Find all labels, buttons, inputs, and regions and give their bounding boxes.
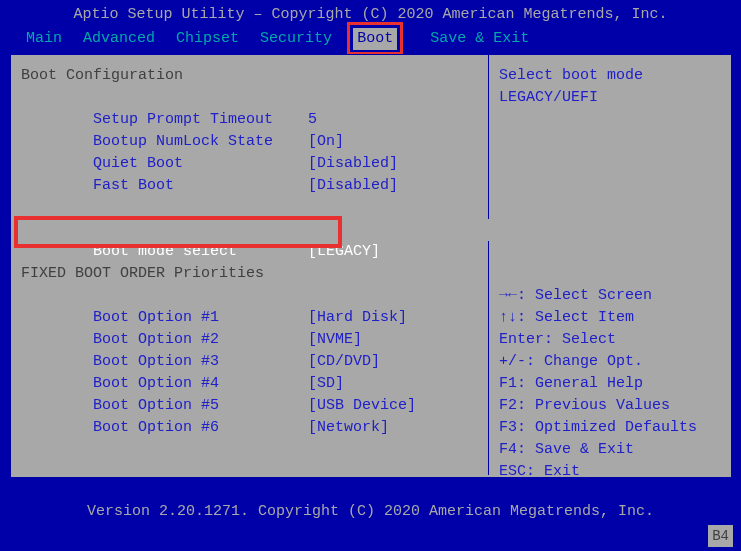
help-description-1: Select boot mode	[499, 65, 721, 87]
bios-screen: Aptio Setup Utility – Copyright (C) 2020…	[0, 0, 741, 551]
help-enter-select: Enter: Select	[499, 329, 721, 351]
menu-save-exit[interactable]: Save & Exit	[430, 28, 529, 50]
left-panel: Boot Configuration Setup Prompt Timeout5…	[11, 55, 489, 475]
titlebar: Aptio Setup Utility – Copyright (C) 2020…	[0, 0, 741, 50]
menu-boot[interactable]: Boot	[353, 28, 397, 50]
corner-badge: B4	[708, 525, 733, 547]
help-f4: F4: Save & Exit	[499, 439, 721, 461]
help-select-screen: →←: Select Screen	[499, 285, 721, 307]
main-panel: Boot Configuration Setup Prompt Timeout5…	[10, 54, 732, 478]
menu-main[interactable]: Main	[26, 28, 62, 50]
help-f2: F2: Previous Values	[499, 395, 721, 417]
right-panel: Select boot mode LEGACY/UEFI →←: Select …	[491, 55, 731, 475]
menu-bar: Main Advanced Chipset Security Boot Save…	[26, 28, 541, 50]
help-select-item: ↑↓: Select Item	[499, 307, 721, 329]
menu-chipset[interactable]: Chipset	[176, 28, 239, 50]
boot-config-header: Boot Configuration	[21, 65, 478, 87]
help-change-opt: +/-: Change Opt.	[499, 351, 721, 373]
version-line: Version 2.20.1271. Copyright (C) 2020 Am…	[0, 501, 741, 523]
help-description-2: LEGACY/UEFI	[499, 87, 721, 109]
help-f1: F1: General Help	[499, 373, 721, 395]
boot-option-1[interactable]: Boot Option #1[Hard Disk]	[21, 285, 478, 307]
setup-prompt-timeout[interactable]: Setup Prompt Timeout5	[21, 87, 478, 109]
utility-title: Aptio Setup Utility – Copyright (C) 2020…	[0, 4, 741, 26]
menu-security[interactable]: Security	[260, 28, 332, 50]
help-esc: ESC: Exit	[499, 461, 721, 483]
boot-mode-select[interactable]: Boot mode select[LEGACY]	[11, 219, 489, 241]
new-boot-option-policy[interactable]: New Boot Option Policy[Default]	[21, 197, 478, 219]
menu-advanced[interactable]: Advanced	[83, 28, 155, 50]
help-f3: F3: Optimized Defaults	[499, 417, 721, 439]
